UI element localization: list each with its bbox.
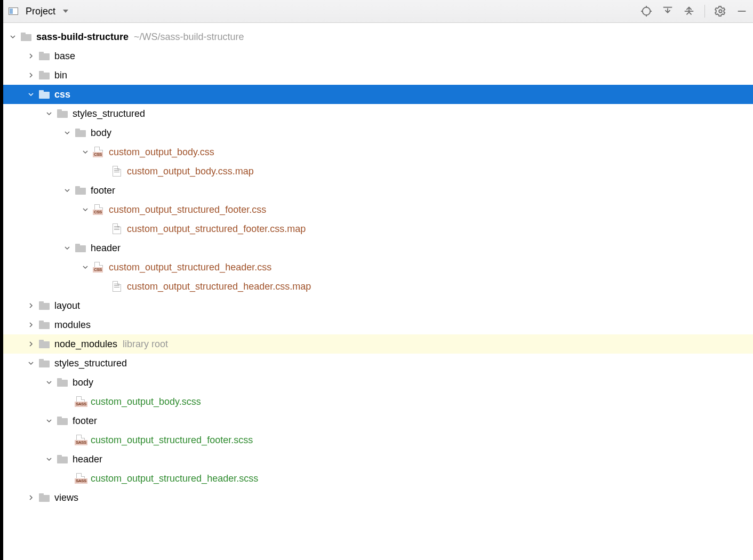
folder-label: header — [91, 243, 121, 254]
folder-icon — [57, 453, 68, 465]
tree-item-css-footer[interactable]: footer — [3, 181, 753, 200]
tree-item-body-css-map[interactable]: custom_output_body.css.map — [3, 162, 753, 181]
chevron-right-icon[interactable] — [27, 493, 35, 502]
separator — [704, 5, 705, 18]
map-file-icon — [111, 166, 123, 177]
svg-rect-40 — [57, 455, 62, 458]
svg-rect-28 — [39, 301, 44, 304]
project-tree: sass-build-structure ~/WS/sass-build-str… — [3, 23, 753, 507]
tree-item-modules[interactable]: modules — [3, 315, 753, 334]
chevron-down-icon[interactable] — [45, 455, 53, 463]
folder-label: css — [54, 89, 70, 100]
folder-label: footer — [73, 415, 97, 427]
folder-label: layout — [54, 300, 80, 311]
folder-icon — [38, 69, 50, 81]
view-title: Project — [26, 6, 55, 17]
tree-item-css-styles-structured[interactable]: styles_structured — [3, 104, 753, 123]
chevron-down-icon[interactable] — [63, 186, 71, 195]
library-root-hint: library root — [123, 339, 168, 350]
tree-item-header-css[interactable]: CSS custom_output_structured_header.css — [3, 258, 753, 277]
tree-item-css-header[interactable]: header — [3, 238, 753, 258]
root-path: ~/WS/sass-build-structure — [134, 31, 244, 43]
folder-icon — [57, 108, 68, 119]
folder-icon — [38, 338, 50, 350]
tree-item-footer-css-map[interactable]: custom_output_structured_footer.css.map — [3, 219, 753, 238]
chevron-right-icon[interactable] — [27, 321, 35, 329]
expand-all-icon[interactable] — [662, 5, 674, 17]
chevron-down-icon[interactable] — [9, 33, 17, 41]
folder-label: node_modules — [54, 339, 117, 350]
svg-rect-42 — [39, 493, 44, 496]
chevron-right-icon[interactable] — [27, 340, 35, 348]
folder-icon — [57, 415, 68, 427]
chevron-right-icon[interactable] — [27, 301, 35, 310]
folder-icon — [38, 319, 50, 331]
tree-item-body-css[interactable]: CSS custom_output_body.css — [3, 142, 753, 162]
folder-label: footer — [91, 185, 115, 196]
tree-item-header-css-map[interactable]: custom_output_structured_header.css.map — [3, 277, 753, 296]
hide-icon[interactable] — [736, 5, 748, 17]
locate-icon[interactable] — [640, 5, 652, 17]
svg-rect-24 — [75, 186, 80, 189]
chevron-down-icon[interactable] — [63, 244, 71, 252]
svg-rect-30 — [39, 321, 44, 323]
chevron-right-icon[interactable] — [27, 71, 35, 79]
chevron-down-icon[interactable] — [81, 148, 90, 156]
tree-item-footer-css[interactable]: CSS custom_output_structured_footer.css — [3, 200, 753, 219]
file-label: custom_output_structured_header.scss — [91, 473, 258, 484]
chevron-down-icon[interactable] — [45, 109, 53, 118]
tree-item-header-scss[interactable]: SASS custom_output_structured_header.scs… — [3, 469, 753, 488]
view-selector[interactable]: Project — [9, 6, 68, 17]
svg-rect-12 — [21, 33, 26, 35]
tree-item-css[interactable]: css — [3, 85, 753, 104]
folder-icon — [75, 127, 86, 139]
svg-point-0 — [643, 7, 651, 15]
tree-item-body-scss[interactable]: SASS custom_output_body.scss — [3, 392, 753, 411]
root-name: sass-build-structure — [36, 31, 129, 43]
folder-label: styles_structured — [73, 108, 145, 119]
svg-rect-26 — [75, 244, 80, 246]
tree-item-bin[interactable]: bin — [3, 66, 753, 85]
folder-label: bin — [54, 70, 67, 81]
css-file-icon: CSS — [93, 262, 105, 273]
file-label: custom_output_structured_footer.scss — [91, 435, 253, 446]
tree-item-scss-body[interactable]: body — [3, 373, 753, 392]
chevron-down-icon[interactable] — [27, 90, 35, 99]
tree-item-scss-footer[interactable]: footer — [3, 411, 753, 430]
chevron-right-icon[interactable] — [27, 52, 35, 60]
svg-point-9 — [719, 10, 722, 13]
chevron-down-icon[interactable] — [63, 129, 71, 137]
file-label: custom_output_structured_header.css — [109, 262, 271, 273]
tree-item-views[interactable]: views — [3, 488, 753, 507]
svg-rect-36 — [57, 378, 62, 381]
tree-item-scss-header[interactable]: header — [3, 450, 753, 469]
file-label: custom_output_body.css.map — [127, 166, 254, 177]
tree-item-layout[interactable]: layout — [3, 296, 753, 315]
chevron-down-icon[interactable] — [45, 378, 53, 387]
folder-icon — [20, 31, 32, 43]
collapse-all-icon[interactable] — [683, 5, 695, 17]
chevron-down-icon[interactable] — [45, 417, 53, 425]
tree-item-footer-scss[interactable]: SASS custom_output_structured_footer.scs… — [3, 430, 753, 450]
chevron-down-icon[interactable] — [81, 263, 90, 271]
tree-item-node-modules[interactable]: node_modules library root — [3, 334, 753, 354]
tree-item-base[interactable]: base — [3, 46, 753, 66]
tree-item-styles-structured[interactable]: styles_structured — [3, 354, 753, 373]
folder-label: base — [54, 51, 75, 62]
folder-icon — [38, 89, 50, 100]
svg-rect-32 — [39, 340, 44, 342]
folder-label: body — [91, 127, 111, 139]
svg-rect-22 — [75, 129, 80, 131]
file-label: custom_output_structured_footer.css.map — [127, 223, 306, 235]
gear-icon[interactable] — [715, 5, 726, 17]
file-label: custom_output_body.scss — [91, 396, 201, 407]
chevron-down-icon[interactable] — [81, 205, 90, 214]
folder-icon — [57, 377, 68, 388]
chevron-down-icon[interactable] — [27, 359, 35, 367]
svg-rect-38 — [57, 417, 62, 419]
folder-icon — [38, 300, 50, 311]
css-file-icon: CSS — [93, 204, 105, 215]
tree-item-css-body[interactable]: body — [3, 123, 753, 142]
tree-root[interactable]: sass-build-structure ~/WS/sass-build-str… — [3, 27, 753, 46]
css-file-icon: CSS — [93, 147, 105, 157]
